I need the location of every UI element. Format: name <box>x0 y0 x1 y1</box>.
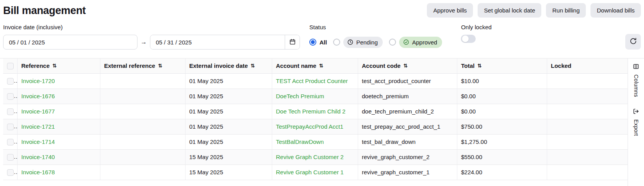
table-row[interactable]: Invoice-1677 01 May 2025 Doe Tech Premiu… <box>3 104 628 119</box>
external-reference-cell <box>100 149 185 165</box>
external-invoice-date-cell: 01 May 2025 <box>185 89 272 104</box>
only-locked-filter: Only locked <box>461 24 491 43</box>
invoice-reference-link[interactable]: Invoice-1676 <box>21 93 55 99</box>
external-reference-cell <box>100 134 185 149</box>
filters-bar: Invoice date (inclusive) → <box>0 19 644 58</box>
download-bills-button[interactable]: Download bills <box>590 3 641 18</box>
account-name-link[interactable]: Doe Tech Premium Child 2 <box>276 108 346 115</box>
invoice-reference-link[interactable]: Invoice-1720 <box>21 78 55 84</box>
locked-cell <box>547 165 628 180</box>
total-cell: $0.00 <box>457 89 547 104</box>
locked-cell <box>547 149 628 165</box>
refresh-icon <box>630 37 637 46</box>
column-header-account-code: Account code <box>362 62 401 69</box>
row-checkbox[interactable] <box>7 154 14 161</box>
table-row[interactable]: Invoice-1721 01 May 2025 TestPrepayAccPr… <box>3 119 628 134</box>
status-radio-pending[interactable] <box>333 39 340 46</box>
export-button[interactable]: Export <box>633 108 639 136</box>
status-option-all-label[interactable]: All <box>319 39 327 46</box>
external-reference-cell <box>100 73 185 89</box>
external-invoice-date-cell: 01 May 2025 <box>185 134 272 149</box>
bills-table: Reference⇅ External reference⇅ External … <box>3 58 628 180</box>
row-checkbox[interactable] <box>7 139 14 145</box>
clock-icon <box>347 39 353 45</box>
invoice-reference-link[interactable]: Invoice-1714 <box>21 138 55 145</box>
external-invoice-date-cell: 15 May 2025 <box>185 149 272 165</box>
account-code-cell: test_acct_product_counter <box>358 73 457 89</box>
total-cell: $550.00 <box>457 149 547 165</box>
row-checkbox[interactable] <box>7 78 14 85</box>
set-global-lock-date-button[interactable]: Set global lock date <box>478 3 541 18</box>
row-checkbox[interactable] <box>7 93 14 100</box>
status-option-approved-label: Approved <box>412 39 437 46</box>
check-circle-icon <box>403 39 409 45</box>
table-row[interactable]: Invoice-1720 01 May 2025 TEST Acct Produ… <box>3 73 628 89</box>
export-icon <box>633 108 639 116</box>
locked-cell <box>547 89 628 104</box>
refresh-button[interactable] <box>625 34 641 50</box>
account-code-cell: test_prepay_acc_prod_acct_1 <box>358 119 457 134</box>
invoice-reference-link[interactable]: Invoice-1740 <box>21 154 55 160</box>
sort-icon[interactable]: ⇅ <box>403 63 408 68</box>
invoice-date-start-input[interactable] <box>3 35 137 50</box>
locked-cell <box>547 134 628 149</box>
column-header-total: Total <box>461 62 475 69</box>
account-code-cell: doetech_premium <box>358 89 457 104</box>
invoice-date-end-group <box>150 35 300 50</box>
column-header-locked: Locked <box>551 62 572 69</box>
status-chip-pending[interactable]: Pending <box>343 37 383 48</box>
sort-icon[interactable]: ⇅ <box>319 63 323 68</box>
row-checkbox[interactable] <box>7 169 14 176</box>
status-radio-approved[interactable] <box>389 39 396 46</box>
external-reference-cell <box>100 165 185 180</box>
locked-cell <box>547 104 628 119</box>
invoice-date-end-input[interactable] <box>150 35 285 49</box>
columns-button[interactable]: Columns <box>633 63 639 97</box>
column-header-external-reference: External reference <box>104 62 155 69</box>
account-name-link[interactable]: DoeTech Premium <box>276 93 324 99</box>
account-name-link[interactable]: TestBalDrawDown <box>276 138 324 145</box>
account-code-cell: doe_tech_premium_child_2 <box>358 104 457 119</box>
account-name-link[interactable]: Revive Graph Customer 2 <box>276 154 344 160</box>
status-radio-all[interactable] <box>309 39 316 46</box>
column-header-reference: Reference <box>21 62 50 69</box>
date-picker-button[interactable] <box>285 35 300 49</box>
table-row[interactable]: Invoice-1740 15 May 2025 Revive Graph Cu… <box>3 149 628 165</box>
table-row[interactable]: Invoice-1676 01 May 2025 DoeTech Premium… <box>3 89 628 104</box>
table-row[interactable]: Invoice-1714 01 May 2025 TestBalDrawDown… <box>3 134 628 149</box>
account-name-link[interactable]: TEST Acct Product Counter <box>276 78 348 84</box>
column-header-external-invoice-date: External invoice date <box>189 62 248 69</box>
invoice-date-label: Invoice date (inclusive) <box>3 24 300 31</box>
row-checkbox[interactable] <box>7 124 14 130</box>
columns-icon <box>633 63 639 71</box>
row-checkbox[interactable] <box>7 108 14 115</box>
side-rail: Columns Export <box>628 58 644 186</box>
external-invoice-date-cell: 01 May 2025 <box>185 73 272 89</box>
invoice-reference-link[interactable]: Invoice-1721 <box>21 123 55 130</box>
invoice-date-filter: Invoice date (inclusive) → <box>3 24 300 50</box>
locked-cell <box>547 119 628 134</box>
status-filter: Status All Pending <box>309 24 442 50</box>
status-chip-approved[interactable]: Approved <box>399 37 442 48</box>
invoice-reference-link[interactable]: Invoice-1678 <box>21 169 55 175</box>
sort-icon[interactable]: ⇅ <box>52 63 57 68</box>
sort-icon[interactable]: ⇅ <box>251 63 255 68</box>
main-area: Reference⇅ External reference⇅ External … <box>0 58 644 186</box>
account-name-link[interactable]: TestPrepayAccProd Acct1 <box>276 123 344 130</box>
table-row[interactable]: Invoice-1678 15 May 2025 Revive Graph Cu… <box>3 165 628 180</box>
approve-bills-button[interactable]: Approve bills <box>427 3 473 18</box>
account-code-cell: revive_graph_customer_1 <box>358 165 457 180</box>
external-reference-cell <box>100 89 185 104</box>
total-cell: $750.00 <box>457 119 547 134</box>
run-billing-button[interactable]: Run billing <box>546 3 586 18</box>
account-name-link[interactable]: Revive Graph Customer 1 <box>276 169 344 175</box>
bill-management-page: Bill management Approve bills Set global… <box>0 0 644 186</box>
select-all-checkbox[interactable] <box>7 63 14 69</box>
status-label: Status <box>309 24 442 31</box>
invoice-reference-link[interactable]: Invoice-1677 <box>21 108 55 115</box>
only-locked-toggle[interactable] <box>461 35 476 43</box>
sort-icon[interactable]: ⇅ <box>158 63 162 68</box>
account-code-cell: revive_graph_customer_2 <box>358 149 457 165</box>
account-code-cell: test_bal_draw_down <box>358 134 457 149</box>
sort-icon[interactable]: ⇅ <box>477 63 482 68</box>
